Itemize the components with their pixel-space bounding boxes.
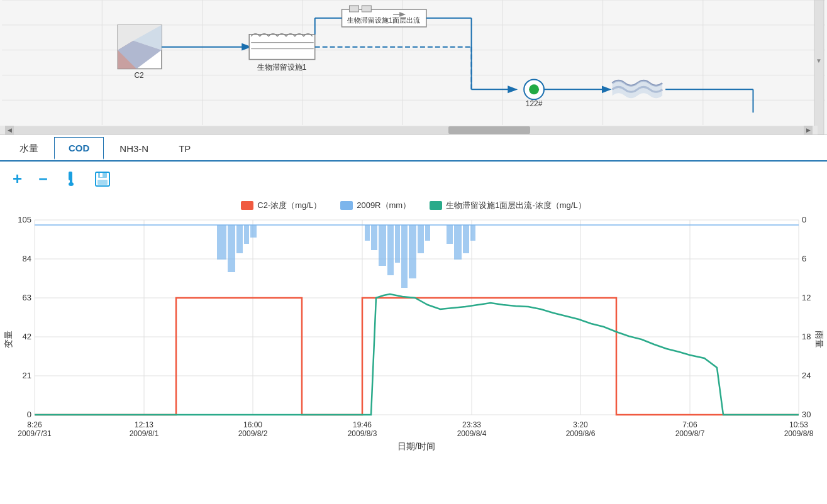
svg-rect-92 [418, 225, 424, 253]
tab-tp[interactable]: TP [164, 138, 205, 159]
svg-text:12:13: 12:13 [135, 420, 153, 429]
legend-color-c2 [241, 201, 253, 210]
brush-button[interactable] [61, 169, 84, 189]
svg-point-37 [529, 84, 539, 94]
svg-text:105: 105 [18, 215, 31, 224]
svg-rect-86 [371, 225, 377, 250]
svg-text:2009/8/1: 2009/8/1 [130, 429, 159, 438]
svg-text:0: 0 [27, 410, 31, 419]
svg-point-46 [69, 182, 74, 186]
svg-text:16:00: 16:00 [243, 420, 262, 429]
svg-rect-89 [395, 225, 400, 263]
svg-rect-81 [228, 225, 235, 272]
svg-text:6: 6 [802, 254, 806, 263]
svg-rect-49 [97, 180, 108, 185]
legend-color-rain [340, 201, 353, 210]
svg-text:生物滞留设施1: 生物滞留设施1 [257, 63, 307, 72]
svg-text:10:53: 10:53 [789, 420, 808, 429]
legend-item-c2: C2-浓度（mg/L） [241, 200, 321, 211]
svg-text:2009/8/2: 2009/8/2 [238, 429, 268, 438]
svg-text:21: 21 [23, 371, 31, 380]
svg-text:24: 24 [802, 371, 811, 380]
svg-text:122#: 122# [526, 99, 543, 108]
tab-bar: 水量 COD NH3-N TP [0, 135, 827, 162]
svg-text:30: 30 [802, 410, 811, 419]
svg-text:12: 12 [802, 293, 811, 302]
svg-text:2009/8/4: 2009/8/4 [457, 429, 487, 438]
svg-text:生物滞留设施1面层出流: 生物滞留设施1面层出流 [347, 16, 420, 24]
svg-text:日期/时间: 日期/时间 [397, 441, 435, 451]
svg-rect-97 [470, 225, 475, 241]
legend-item-rain: 2009R（mm） [340, 200, 411, 211]
svg-rect-94 [447, 225, 453, 244]
svg-text:2009/7/31: 2009/7/31 [18, 429, 52, 438]
svg-rect-84 [250, 225, 257, 238]
minus-button[interactable]: － [32, 167, 53, 191]
svg-rect-50 [100, 173, 103, 177]
svg-text:18: 18 [802, 332, 811, 341]
svg-text:63: 63 [23, 293, 31, 302]
diagram-area: C2 生物滞留设施1 生物滞留设施1面层出流 12 [0, 0, 827, 135]
svg-rect-90 [401, 225, 408, 288]
svg-text:0: 0 [802, 215, 806, 224]
svg-rect-95 [454, 225, 462, 260]
svg-text:C2: C2 [134, 71, 144, 80]
svg-rect-88 [387, 225, 394, 275]
svg-text:2009/8/3: 2009/8/3 [348, 429, 377, 438]
add-button[interactable]: + [10, 168, 25, 190]
svg-rect-85 [365, 225, 370, 241]
tab-cod[interactable]: COD [54, 137, 104, 160]
legend-label-c2: C2-浓度（mg/L） [257, 200, 321, 211]
svg-rect-91 [409, 225, 416, 278]
svg-text:2009/8/7: 2009/8/7 [675, 429, 705, 438]
svg-text:▼: ▼ [816, 57, 822, 64]
svg-rect-87 [379, 225, 386, 266]
legend-label-bio: 生物滞留设施1面层出流-浓度（mg/L） [446, 200, 586, 211]
svg-text:3:20: 3:20 [573, 420, 588, 429]
svg-text:变量: 变量 [3, 331, 13, 348]
svg-rect-80 [217, 225, 226, 260]
svg-rect-19 [249, 35, 315, 60]
svg-rect-44 [69, 172, 72, 180]
svg-rect-96 [463, 225, 469, 253]
svg-text:8:26: 8:26 [27, 420, 42, 429]
svg-rect-25 [362, 6, 371, 12]
tab-nh3n[interactable]: NH3-N [105, 138, 163, 159]
svg-text:7:06: 7:06 [682, 420, 697, 429]
legend-item-bio: 生物滞留设施1面层出流-浓度（mg/L） [430, 200, 586, 211]
svg-text:42: 42 [23, 332, 31, 341]
svg-text:2009/8/8: 2009/8/8 [784, 429, 814, 438]
legend-label-rain: 2009R（mm） [357, 200, 411, 211]
svg-rect-24 [349, 6, 358, 12]
save-button[interactable] [91, 169, 114, 189]
toolbar: + － [0, 162, 827, 196]
legend-color-bio [430, 201, 442, 210]
svg-text:19:46: 19:46 [353, 420, 372, 429]
svg-text:84: 84 [23, 254, 31, 263]
chart-area: 变量 雨量 105 84 63 42 21 0 0 6 12 [0, 214, 827, 452]
svg-rect-93 [425, 225, 430, 241]
tab-shuilian[interactable]: 水量 [5, 137, 53, 160]
legend: C2-浓度（mg/L） 2009R（mm） 生物滞留设施1面层出流-浓度（mg/… [0, 196, 827, 214]
svg-text:23:33: 23:33 [462, 420, 481, 429]
svg-text:雨量: 雨量 [814, 331, 824, 348]
svg-text:2009/8/6: 2009/8/6 [566, 429, 596, 438]
svg-rect-42 [814, 0, 824, 134]
svg-rect-82 [236, 225, 243, 253]
svg-rect-83 [244, 225, 249, 244]
